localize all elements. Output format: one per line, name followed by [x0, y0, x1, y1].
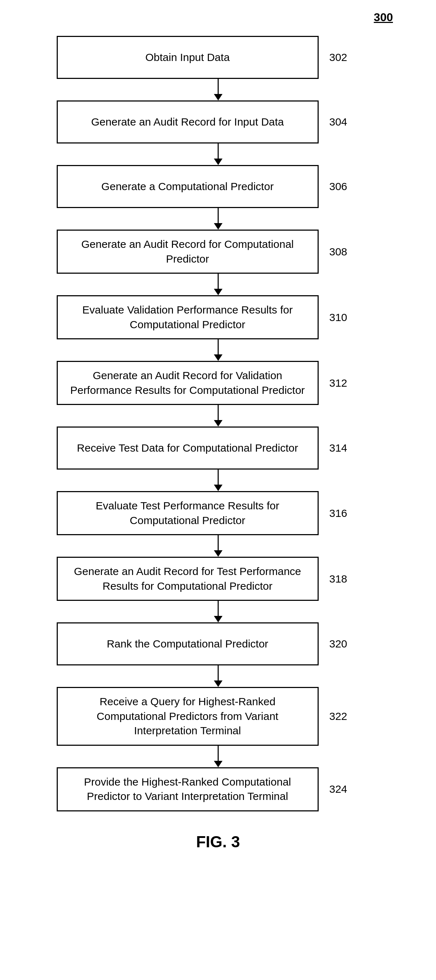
- step-box-324: Provide the Highest-Ranked Computational…: [57, 767, 319, 811]
- step-row: Generate an Audit Record for Computation…: [57, 229, 380, 274]
- step-label-302: 302: [329, 51, 358, 64]
- arrow-310: [87, 339, 349, 361]
- arrow-head: [214, 355, 223, 361]
- arrow-312: [87, 405, 349, 426]
- step-label-304: 304: [329, 116, 358, 128]
- arrow-head: [214, 616, 223, 622]
- step-label-324: 324: [329, 783, 358, 795]
- step-label-308: 308: [329, 246, 358, 258]
- arrow-308: [87, 274, 349, 295]
- step-label-322: 322: [329, 710, 358, 722]
- arrow-shaft: [218, 143, 218, 159]
- step-row: Generate an Audit Record for Validation …: [57, 361, 380, 405]
- arrow-320: [87, 665, 349, 687]
- step-box-322: Receive a Query for Highest-Ranked Compu…: [57, 687, 319, 746]
- step-label-310: 310: [329, 311, 358, 323]
- figure-number-top: 300: [374, 11, 393, 24]
- step-row: Rank the Computational Predictor320: [57, 622, 380, 665]
- arrow-shaft: [218, 405, 218, 421]
- arrow-316: [87, 535, 349, 557]
- arrow-shaft: [218, 79, 218, 95]
- arrow-shaft: [218, 469, 218, 485]
- step-label-312: 312: [329, 377, 358, 389]
- step-box-314: Receive Test Data for Computational Pred…: [57, 426, 319, 469]
- step-row: Generate a Computational Predictor306: [57, 165, 380, 208]
- arrow-322: [87, 746, 349, 767]
- flowchart: Obtain Input Data302Generate an Audit Re…: [57, 36, 380, 811]
- page-container: 300 Obtain Input Data302Generate an Audi…: [0, 0, 436, 980]
- arrow-shaft: [218, 746, 218, 762]
- arrow-head: [214, 289, 223, 295]
- step-box-312: Generate an Audit Record for Validation …: [57, 361, 319, 405]
- arrow-head: [214, 94, 223, 100]
- arrow-318: [87, 601, 349, 622]
- step-box-308: Generate an Audit Record for Computation…: [57, 229, 319, 274]
- step-label-316: 316: [329, 507, 358, 519]
- step-box-318: Generate an Audit Record for Test Perfor…: [57, 557, 319, 601]
- step-row: Generate an Audit Record for Test Perfor…: [57, 557, 380, 601]
- arrow-head: [214, 681, 223, 687]
- arrow-head: [214, 159, 223, 165]
- step-row: Evaluate Test Performance Results for Co…: [57, 491, 380, 535]
- arrow-head: [214, 223, 223, 229]
- step-box-316: Evaluate Test Performance Results for Co…: [57, 491, 319, 535]
- figure-caption: FIG. 3: [196, 833, 240, 851]
- step-label-314: 314: [329, 442, 358, 454]
- arrow-314: [87, 469, 349, 491]
- arrow-shaft: [218, 665, 218, 681]
- arrow-306: [87, 208, 349, 229]
- step-box-304: Generate an Audit Record for Input Data: [57, 100, 319, 143]
- step-row: Obtain Input Data302: [57, 36, 380, 79]
- arrow-shaft: [218, 274, 218, 290]
- arrow-head: [214, 420, 223, 426]
- arrow-shaft: [218, 339, 218, 355]
- arrow-shaft: [218, 535, 218, 551]
- step-box-310: Evaluate Validation Performance Results …: [57, 295, 319, 339]
- step-label-306: 306: [329, 180, 358, 192]
- arrow-shaft: [218, 601, 218, 617]
- step-row: Evaluate Validation Performance Results …: [57, 295, 380, 339]
- arrow-head: [214, 550, 223, 557]
- step-row: Generate an Audit Record for Input Data3…: [57, 100, 380, 143]
- arrow-shaft: [218, 208, 218, 224]
- arrow-head: [214, 485, 223, 491]
- step-row: Provide the Highest-Ranked Computational…: [57, 767, 380, 811]
- arrow-304: [87, 143, 349, 165]
- arrow-302: [87, 79, 349, 100]
- arrow-head: [214, 761, 223, 767]
- step-row: Receive a Query for Highest-Ranked Compu…: [57, 687, 380, 746]
- step-box-320: Rank the Computational Predictor: [57, 622, 319, 665]
- step-box-302: Obtain Input Data: [57, 36, 319, 79]
- step-label-318: 318: [329, 573, 358, 585]
- step-row: Receive Test Data for Computational Pred…: [57, 426, 380, 469]
- step-box-306: Generate a Computational Predictor: [57, 165, 319, 208]
- step-label-320: 320: [329, 638, 358, 650]
